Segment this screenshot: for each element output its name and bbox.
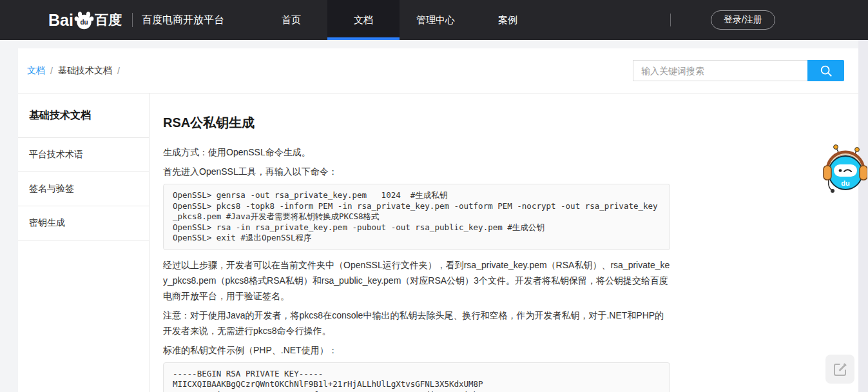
nav-item-cases[interactable]: 案例 xyxy=(472,0,544,40)
breadcrumb-docs-link[interactable]: 文档 xyxy=(27,65,45,77)
doc-paragraph: 注意：对于使用Java的开发者，将pkcs8在console中输出的私钥去除头尾… xyxy=(163,308,670,338)
logo-divider xyxy=(132,13,133,27)
svg-text:du: du xyxy=(841,179,849,187)
edit-compose-icon xyxy=(833,362,848,377)
code-block-openssl-commands: OpenSSL> genrsa -out rsa_private_key.pem… xyxy=(163,184,670,250)
page-title: RSA公私钥生成 xyxy=(163,114,670,132)
du-robot-icon: du xyxy=(822,140,867,197)
code-line: -----BEGIN RSA PRIVATE KEY----- xyxy=(173,369,661,380)
breadcrumb: 文档 / 基础技术文档 / xyxy=(27,65,120,77)
sidebar-title: 基础技术文档 xyxy=(18,93,149,138)
sidebar-item[interactable]: 平台技术术语 xyxy=(18,138,149,172)
breadcrumb-current: 基础技术文档 xyxy=(58,65,112,77)
baidu-paw-icon: du xyxy=(74,11,94,30)
svg-text:du: du xyxy=(80,19,88,26)
content-panel: 文档 / 基础技术文档 / 基础技术文档 平台技术术语 签名与验签 xyxy=(18,48,858,392)
sidebar-item[interactable]: 签名与验签 xyxy=(18,172,149,206)
breadcrumb-separator: / xyxy=(117,66,120,76)
doc-paragraph: 经过以上步骤，开发者可以在当前文件夹中（OpenSSL运行文件夹），看到rsa_… xyxy=(163,257,670,304)
code-line: OpenSSL> rsa -in rsa_private_key.pem -pu… xyxy=(173,222,661,233)
breadcrumb-row: 文档 / 基础技术文档 / xyxy=(18,48,858,93)
code-line: IrXog0tNXiuW8XPoP3o25y/gKNWyUfzyRD/0Eu4N… xyxy=(173,390,661,392)
search-button[interactable] xyxy=(807,60,844,81)
nav-item-console[interactable]: 管理中心 xyxy=(400,0,472,40)
top-navbar: Bai du 百度 百度电商开放平台 首页 文档 管理中心 案例 登录/注册 xyxy=(0,0,868,40)
doc-content: RSA公私钥生成 生成方式：使用OpenSSL命令生成。 首先进入OpenSSL… xyxy=(149,93,670,392)
search-input[interactable] xyxy=(633,60,807,81)
search-bar xyxy=(633,60,844,81)
doc-paragraph: 生成方式：使用OpenSSL命令生成。 xyxy=(163,144,670,160)
doc-paragraph: 标准的私钥文件示例（PHP、.NET使用）： xyxy=(163,342,670,358)
nav-divider xyxy=(670,14,671,26)
du-customer-service-mascot[interactable]: du xyxy=(822,140,867,197)
doc-paragraph: 首先进入OpenSSL工具，再输入以下命令： xyxy=(163,164,670,179)
sidebar: 基础技术文档 平台技术术语 签名与验签 密钥生成 xyxy=(18,93,149,392)
search-icon xyxy=(819,64,833,78)
nav-item-home[interactable]: 首页 xyxy=(255,0,327,40)
login-register-button[interactable]: 登录/注册 xyxy=(711,10,775,30)
code-line: OpenSSL> exit #退出OpenSSL程序 xyxy=(173,233,661,244)
sidebar-list: 平台技术术语 签名与验签 密钥生成 xyxy=(18,138,149,240)
logo-text-baidu-cn: 百度 xyxy=(95,11,122,29)
code-block-private-key-example: -----BEGIN RSA PRIVATE KEY-----MIICXQIBA… xyxy=(163,362,670,392)
nav-item-docs[interactable]: 文档 xyxy=(327,0,400,40)
baidu-logo[interactable]: Bai du 百度 百度电商开放平台 xyxy=(48,11,224,30)
sidebar-item[interactable]: 密钥生成 xyxy=(18,206,149,240)
code-line: OpenSSL> genrsa -out rsa_private_key.pem… xyxy=(173,190,661,201)
code-line: OpenSSL> pkcs8 -topk8 -inform PEM -in rs… xyxy=(173,201,661,222)
breadcrumb-separator: / xyxy=(50,66,53,76)
logo-text-bai: Bai xyxy=(48,11,73,30)
feedback-edit-button[interactable] xyxy=(825,355,854,384)
platform-name: 百度电商开放平台 xyxy=(142,14,224,27)
main-nav: 首页 文档 管理中心 案例 xyxy=(255,0,544,40)
code-line: MIICXQIBAAKBgQCzrQWntOKChNlF9B1l+21rHjAL… xyxy=(173,379,661,390)
scrollbar-track[interactable] xyxy=(858,40,868,392)
